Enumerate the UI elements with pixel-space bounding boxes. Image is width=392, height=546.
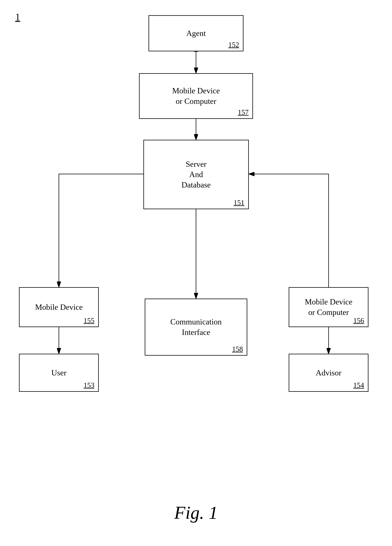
communication-interface-label: CommunicationInterface	[170, 317, 222, 337]
mobile-device-computer-157-label: Mobile Deviceor Computer	[172, 85, 220, 106]
mobile-device-computer-157-node: Mobile Deviceor Computer 157	[139, 73, 253, 119]
communication-interface-node: CommunicationInterface 158	[145, 299, 247, 356]
mobile-device-computer-156-node: Mobile Deviceor Computer 156	[289, 287, 368, 327]
server-database-label: ServerAndDatabase	[182, 159, 211, 190]
user-label: User	[51, 368, 66, 378]
server-database-id: 151	[234, 198, 247, 208]
agent-id: 152	[228, 40, 241, 50]
server-database-node: ServerAndDatabase 151	[143, 140, 249, 209]
agent-label: Agent	[186, 28, 206, 39]
mobile-device-155-label: Mobile Device	[35, 302, 83, 312]
advisor-node: Advisor 154	[289, 354, 368, 392]
mobile-device-computer-156-label: Mobile Deviceor Computer	[305, 297, 353, 317]
mobile-device-computer-157-id: 157	[238, 108, 251, 117]
advisor-label: Advisor	[316, 368, 341, 378]
mobile-device-computer-156-id: 156	[353, 316, 366, 326]
figure-label: Fig. 1	[174, 502, 218, 523]
advisor-id: 154	[353, 381, 366, 390]
diagram-number: 1	[15, 11, 20, 23]
agent-node: Agent 152	[149, 15, 243, 51]
communication-interface-id: 158	[232, 345, 245, 354]
user-id: 153	[83, 381, 97, 390]
mobile-device-155-node: Mobile Device 155	[19, 287, 99, 327]
user-node: User 153	[19, 354, 99, 392]
diagram-container: 1	[0, 0, 392, 546]
mobile-device-155-id: 155	[83, 316, 97, 326]
